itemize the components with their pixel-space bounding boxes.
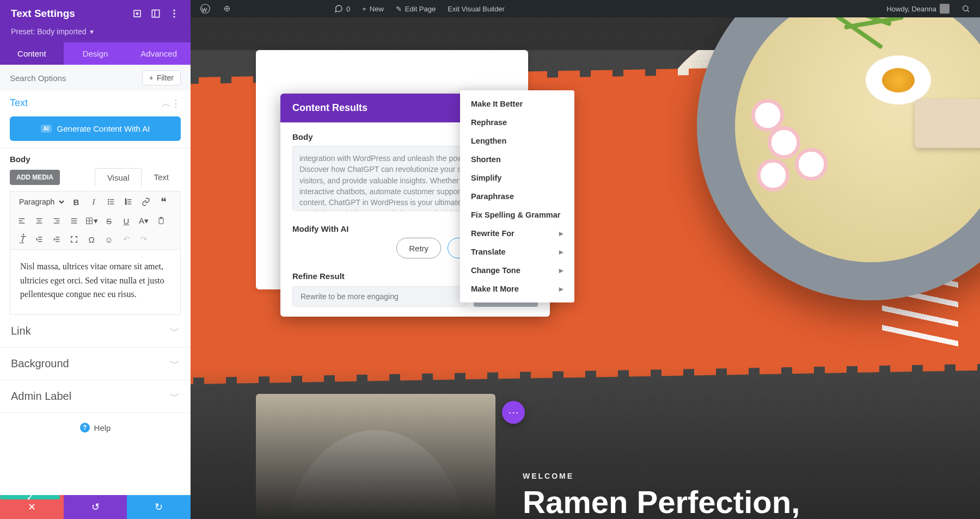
align-center-icon[interactable] (32, 214, 46, 227)
help-icon: ? (80, 423, 90, 432)
chevron-right-icon: ▸ (559, 229, 564, 238)
editor-toolbar: Paragraph B I 123 ❝ ▾ S U A▾ (10, 191, 181, 250)
underline-icon[interactable]: U (119, 214, 133, 227)
quote-icon[interactable]: ❝ (156, 195, 170, 208)
align-left-icon[interactable] (15, 214, 29, 227)
section-background[interactable]: Background ﹀ (0, 348, 191, 380)
table-icon[interactable]: ▾ (84, 214, 99, 227)
tab-content[interactable]: Content (0, 42, 64, 65)
dd-item-paraphrase[interactable]: Paraphrase (460, 187, 574, 206)
comments-item[interactable]: 0 (330, 0, 354, 17)
svg-point-6 (173, 16, 175, 17)
svg-line-45 (967, 10, 969, 12)
sidebar-title: Text Settings (11, 8, 124, 20)
align-justify-icon[interactable] (67, 214, 81, 227)
italic-icon[interactable]: I (87, 195, 101, 208)
chevron-up-icon: ︿ (161, 98, 171, 108)
search-row: + Filter (0, 65, 191, 91)
filter-button[interactable]: + Filter (142, 70, 181, 85)
ul-icon[interactable] (104, 195, 118, 208)
svg-rect-2 (152, 10, 159, 17)
page-canvas: 0 +New ✎Edit Page Exit Visual Builder Ho… (191, 0, 980, 519)
generate-content-button[interactable]: AI Generate Content With AI (10, 116, 181, 141)
help-link[interactable]: ? Help (0, 413, 191, 442)
expand-icon[interactable] (132, 8, 143, 19)
dd-item-simplify[interactable]: Simplify (460, 169, 574, 187)
tab-design[interactable]: Design (64, 42, 127, 65)
sidebar-header: Text Settings (0, 0, 191, 27)
dock-icon[interactable] (150, 8, 161, 19)
text-color-icon[interactable]: A▾ (137, 214, 151, 227)
dd-item-change-tone[interactable]: Change Tone▸ (460, 261, 574, 280)
dd-item-shorten[interactable]: Shorten (460, 150, 574, 169)
chevron-down-icon: ▾ (90, 27, 94, 36)
align-right-icon[interactable] (50, 214, 64, 227)
preset-selector[interactable]: Preset: Body imported ▾ (0, 27, 191, 42)
dd-item-make-it-better[interactable]: Make It Better (460, 95, 574, 113)
ol-icon[interactable]: 123 (121, 195, 136, 208)
chevron-down-icon: ﹀ (170, 326, 180, 336)
plus-icon: + (362, 5, 366, 13)
site-icon[interactable] (218, 0, 236, 17)
exit-builder-item[interactable]: Exit Visual Builder (443, 0, 509, 17)
svg-point-5 (173, 13, 175, 14)
editor-content[interactable]: Nisl massa, ultrices vitae ornare sit am… (10, 250, 181, 315)
howdy-item[interactable]: Howdy, Deanna (882, 0, 954, 17)
editor-tab-text[interactable]: Text (142, 168, 181, 187)
dd-item-fix-spelling-grammar[interactable]: Fix Spelling & Grammar (460, 206, 574, 224)
plus-icon: + (149, 73, 154, 82)
paste-icon[interactable] (154, 214, 168, 227)
redo-icon[interactable]: ↷ (137, 233, 151, 246)
dd-item-translate[interactable]: Translate▸ (460, 243, 574, 261)
clear-format-icon[interactable]: T̽ (15, 233, 29, 246)
svg-point-7 (108, 199, 109, 200)
search-input[interactable] (10, 73, 142, 83)
section-text-header[interactable]: Text ︿ ⋮ (10, 97, 181, 109)
add-media-button[interactable]: ADD MEDIA (10, 170, 60, 185)
refine-input[interactable] (292, 286, 467, 307)
indent-icon[interactable] (50, 233, 64, 246)
dd-item-make-it-more[interactable]: Make It More▸ (460, 280, 574, 298)
dd-item-rephrase[interactable]: Rephrase (460, 113, 574, 132)
strike-icon[interactable]: S (102, 214, 116, 227)
hero-headline: Ramen Perfection, (523, 486, 947, 519)
pencil-icon: ✎ (396, 5, 402, 13)
sidebar-tabs: Content Design Advanced (0, 42, 191, 65)
module-options-fab[interactable]: ⋯ (502, 401, 525, 424)
outdent-icon[interactable] (32, 233, 46, 246)
format-select[interactable]: Paragraph (15, 195, 66, 209)
emoji-icon[interactable]: ☺ (102, 233, 116, 246)
chevron-right-icon: ▸ (559, 285, 564, 293)
svg-point-4 (173, 10, 175, 11)
wp-logo-icon[interactable] (196, 0, 215, 17)
dd-item-rewrite-for[interactable]: Rewrite For▸ (460, 224, 574, 243)
chevron-right-icon: ▸ (559, 248, 564, 256)
improve-dropdown: Make It BetterRephraseLengthenShortenSim… (460, 90, 574, 302)
section-link[interactable]: Link ﹀ (0, 315, 191, 348)
svg-point-11 (108, 203, 109, 204)
section-admin-label[interactable]: Admin Label ﹀ (0, 380, 191, 413)
omega-icon[interactable]: Ω (84, 233, 99, 246)
save-button[interactable]: ✓ (0, 495, 60, 499)
more-vert-icon[interactable]: ⋮ (171, 98, 181, 108)
edit-page-item[interactable]: ✎Edit Page (391, 0, 440, 17)
bold-icon[interactable]: B (69, 195, 83, 208)
redo-action-button[interactable]: ↻ (127, 495, 191, 519)
tab-advanced[interactable]: Advanced (127, 42, 191, 65)
link-icon[interactable] (139, 195, 153, 208)
undo-icon[interactable]: ↶ (119, 233, 133, 246)
ai-badge-icon: AI (41, 125, 52, 133)
welcome-label: WELCOME (523, 472, 947, 480)
new-item[interactable]: +New (358, 0, 388, 17)
chevron-down-icon: ﹀ (170, 359, 180, 369)
editor: ADD MEDIA Visual Text Paragraph B I 123 … (0, 168, 191, 315)
editor-tab-visual[interactable]: Visual (95, 168, 142, 187)
retry-button[interactable]: Retry (396, 238, 441, 258)
more-vert-icon[interactable] (169, 8, 180, 19)
avatar (940, 4, 950, 14)
search-icon[interactable] (957, 0, 975, 17)
fullscreen-icon[interactable] (67, 233, 81, 246)
undo-action-button[interactable]: ↺ (64, 495, 127, 519)
dd-item-lengthen[interactable]: Lengthen (460, 132, 574, 150)
svg-rect-0 (134, 10, 140, 17)
